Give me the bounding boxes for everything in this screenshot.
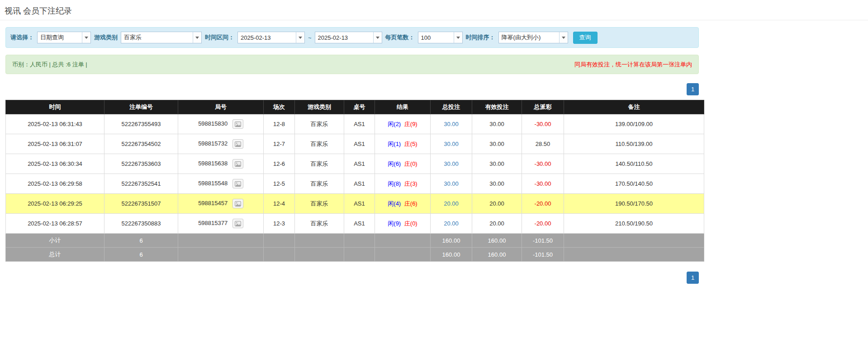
date-from-arrow-button[interactable] [296,32,304,43]
round-id-text: 598815638 [198,160,228,167]
query-type-dropdown[interactable] [37,32,91,43]
total-count: 6 [104,248,178,262]
select-type-label: 请选择： [10,33,34,42]
round-id-text: 598815732 [198,140,228,147]
col-session: 场次 [264,100,295,114]
date-from-input[interactable] [238,32,296,43]
table-row: 2025-02-13 06:31:43 522267355493 5988158… [6,114,704,134]
cell-session: 12-5 [264,174,295,194]
date-to-dropdown[interactable] [315,32,382,43]
chevron-down-icon [456,37,460,39]
round-id-text: 598815830 [198,120,228,127]
pagination-bottom: 1 [5,272,699,284]
cell-session: 12-6 [264,154,295,174]
round-id-text: 598815377 [198,220,228,226]
cell-remark: 110.50/139.00 [564,134,704,154]
filter-bar: 请选择： 游戏类别 时间区间： ~ 每页笔数： 时间排序： [5,27,699,48]
cell-payout: -30.00 [522,174,564,194]
cell-time: 2025-02-13 06:31:07 [6,134,104,154]
result-player: 闲(6) [388,160,401,167]
main-content: 请选择： 游戏类别 时间区间： ~ 每页笔数： 时间排序： [0,27,699,284]
result-player: 闲(1) [388,141,401,147]
table-header: 时间 注单编号 局号 场次 游戏类别 桌号 结果 总投注 有效投注 总派彩 备注 [6,100,704,114]
col-valid-bet: 有效投注 [472,100,522,114]
summary-bar: 币别：人民币 | 总共 :6 注单 | 同局有效投注，统一计算在该局第一张注单内 [5,55,699,74]
total-bet-link[interactable]: 30.00 [444,141,459,147]
game-type-input[interactable] [121,32,193,43]
cell-result: 闲(8) 庄(3) [375,174,431,194]
cell-game-type: 百家乐 [295,134,344,154]
page-size-input[interactable] [418,32,454,43]
cell-bet-id: 522267354502 [104,134,178,154]
cell-total-bet: 30.00 [431,134,472,154]
col-game-type: 游戏类别 [295,100,344,114]
cell-remark: 139.00/109.00 [564,114,704,134]
game-type-label: 游戏类别 [94,33,118,42]
cell-table-no: AS1 [344,174,375,194]
video-snapshot-button[interactable] [232,199,243,208]
cell-total-bet: 20.00 [431,194,472,214]
cell-valid-bet: 20.00 [472,214,522,234]
cell-game-type: 百家乐 [295,154,344,174]
page-header: 视讯 会员下注纪录 [0,0,868,20]
video-snapshot-button[interactable] [232,159,243,169]
payout-value: -20.00 [535,200,551,207]
result-banker: 庄(3) [404,180,417,187]
cell-game-type: 百家乐 [295,214,344,234]
page-size-dropdown[interactable] [418,32,463,43]
chevron-down-icon [85,37,88,39]
cell-valid-bet: 30.00 [472,174,522,194]
video-snapshot-icon [235,201,241,207]
date-to-input[interactable] [315,32,373,43]
cell-round-id: 598815830 [178,114,264,134]
sort-order-dropdown[interactable] [498,32,568,43]
cell-table-no: AS1 [344,134,375,154]
date-from-dropdown[interactable] [237,32,305,43]
query-type-arrow-button[interactable] [82,32,90,43]
total-payout: -101.50 [522,248,564,262]
date-to-arrow-button[interactable] [373,32,382,43]
video-snapshot-button[interactable] [232,139,243,149]
cell-result: 闲(6) 庄(0) [375,154,431,174]
page-1-button[interactable]: 1 [687,83,699,95]
total-bet-link[interactable]: 30.00 [444,180,459,187]
query-type-input[interactable] [38,32,82,43]
cell-result: 闲(2) 庄(9) [375,114,431,134]
cell-result: 闲(4) 庄(6) [375,194,431,214]
total-bet-link[interactable]: 20.00 [444,220,459,227]
cell-time: 2025-02-13 06:28:57 [6,214,104,234]
betting-records-table: 时间 注单编号 局号 场次 游戏类别 桌号 结果 总投注 有效投注 总派彩 备注… [5,100,704,262]
time-range-label: 时间区间： [205,33,234,42]
game-type-dropdown[interactable] [121,32,202,43]
subtotal-count: 6 [104,234,178,248]
round-id-text: 598815457 [198,200,228,207]
game-type-arrow-button[interactable] [193,32,201,43]
video-snapshot-icon [235,181,241,187]
cell-valid-bet: 30.00 [472,154,522,174]
result-player: 闲(2) [388,121,401,127]
cell-payout: -20.00 [522,214,564,234]
subtotal-valid-bet: 160.00 [472,234,522,248]
col-table-no: 桌号 [344,100,375,114]
video-snapshot-icon [235,161,241,167]
video-snapshot-button[interactable] [232,179,243,188]
sort-order-input[interactable] [499,32,559,43]
col-remark: 备注 [564,100,704,114]
cell-valid-bet: 30.00 [472,114,522,134]
page-size-arrow-button[interactable] [454,32,462,43]
video-snapshot-button[interactable] [232,119,243,129]
result-player: 闲(8) [388,180,401,187]
sort-order-arrow-button[interactable] [559,32,568,43]
total-bet-link[interactable]: 30.00 [444,121,459,127]
total-bet-link[interactable]: 30.00 [444,160,459,167]
round-id-text: 598815548 [198,180,228,187]
cell-bet-id: 522267351507 [104,194,178,214]
cell-total-bet: 30.00 [431,154,472,174]
search-button[interactable]: 查询 [573,32,598,44]
cell-round-id: 598815377 [178,214,264,234]
notice-text: 同局有效投注，统一计算在该局第一张注单内 [574,61,692,69]
total-bet-link[interactable]: 20.00 [444,200,459,207]
cell-table-no: AS1 [344,114,375,134]
video-snapshot-button[interactable] [232,219,243,228]
page-1-button[interactable]: 1 [687,272,699,284]
